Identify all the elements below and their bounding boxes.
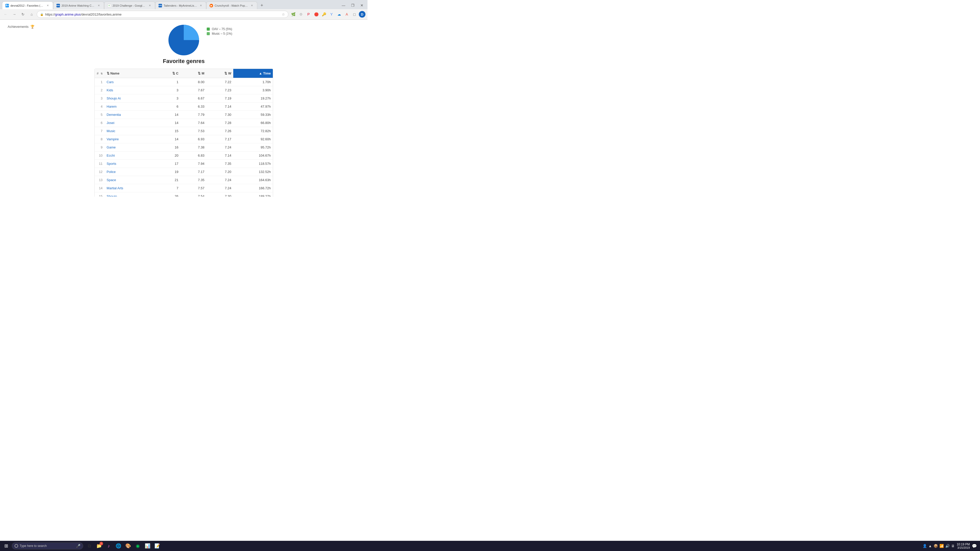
- minimize-button[interactable]: —: [340, 2, 347, 9]
- cell-m: 7.54: [180, 192, 207, 197]
- cell-name[interactable]: Game: [105, 143, 156, 151]
- page-content: Achievements 🏆 OAV – 75 (5%): [0, 20, 368, 197]
- legend-music: Music – 5 (1%): [207, 32, 232, 35]
- cell-c: 3: [156, 86, 180, 94]
- table-row: 8 Vampire 14 6.93 7.17 92.60h: [95, 135, 273, 143]
- cell-m: 7.53: [180, 127, 207, 135]
- cell-name[interactable]: Kids: [105, 86, 156, 94]
- cell-name[interactable]: Space: [105, 176, 156, 184]
- cell-name[interactable]: Music: [105, 127, 156, 135]
- tab-3-title: 2019 Challenge - Google D...: [113, 4, 146, 7]
- main-content: Favorite genres # ⇅ ⇅ Name ⇅ C ⇅ M ⇅ W ▲…: [0, 58, 368, 197]
- table-row: 6 Josei 14 7.64 7.28 66.80h: [95, 119, 273, 127]
- extension-2-icon[interactable]: ◻: [351, 11, 358, 17]
- profile-icon[interactable]: D: [359, 11, 366, 17]
- onedrive-icon[interactable]: ☁: [336, 11, 342, 17]
- cell-name[interactable]: Harem: [105, 103, 156, 111]
- adblock-icon[interactable]: 🛑: [313, 11, 320, 17]
- back-button[interactable]: ←: [2, 11, 9, 18]
- tab-3[interactable]: ≡ 2019 Challenge - Google D... ✕: [104, 2, 155, 9]
- col-name[interactable]: ⇅ Name: [105, 69, 156, 78]
- address-bar[interactable]: 🔒 https://graph.anime.plus/devrat2012/fa…: [37, 11, 288, 18]
- lastpass-icon[interactable]: 🔑: [321, 11, 327, 17]
- cell-time: 118.57h: [233, 160, 273, 168]
- cell-name[interactable]: Sports: [105, 160, 156, 168]
- section-title: Favorite genres: [5, 58, 363, 65]
- legend-oav: OAV – 75 (5%): [207, 27, 232, 31]
- table-row: 3 Shoujo Ai 3 6.67 7.19 19.27h: [95, 94, 273, 103]
- pinterest-icon[interactable]: P: [305, 11, 312, 17]
- cell-name[interactable]: Dementia: [105, 111, 156, 119]
- tab-4-title: Tailenders - MyAnimeList.n...: [164, 4, 197, 7]
- cell-m: 6.33: [180, 103, 207, 111]
- cell-m: 8.00: [180, 78, 207, 86]
- cell-name[interactable]: Police: [105, 168, 156, 176]
- tab-1[interactable]: A+ devrat2012 - Favorites (ani... ✕: [2, 2, 53, 9]
- cell-w: 7.28: [207, 119, 233, 127]
- tab-5-close[interactable]: ✕: [250, 3, 254, 8]
- evernote-icon[interactable]: 🌿: [290, 11, 297, 17]
- cell-m: 7.67: [180, 86, 207, 94]
- table-row: 14 Martial Arts 7 7.57 7.24 166.72h: [95, 184, 273, 192]
- cell-c: 21: [156, 176, 180, 184]
- col-c[interactable]: ⇅ C: [156, 69, 180, 78]
- cell-w: 7.30: [207, 192, 233, 197]
- cell-name[interactable]: Martial Arts: [105, 184, 156, 192]
- cell-w: 7.14: [207, 103, 233, 111]
- bookmark-star-icon[interactable]: ☆: [282, 12, 285, 16]
- cell-w: 7.20: [207, 168, 233, 176]
- table-row: 11 Sports 17 7.94 7.35 118.57h: [95, 160, 273, 168]
- sidebar: Achievements 🏆: [0, 22, 46, 58]
- tab-1-close[interactable]: ✕: [46, 3, 50, 8]
- cell-name[interactable]: Shoujo: [105, 192, 156, 197]
- tab-2[interactable]: MAL 2019 Anime Watching Cha... ✕: [53, 2, 104, 9]
- cell-c: 15: [156, 127, 180, 135]
- cell-c: 14: [156, 111, 180, 119]
- home-button[interactable]: ⌂: [28, 11, 35, 18]
- cell-name[interactable]: Josei: [105, 119, 156, 127]
- cell-num: 8: [95, 135, 105, 143]
- cell-name[interactable]: Shoujo Ai: [105, 94, 156, 103]
- browser-chrome: A+ devrat2012 - Favorites (ani... ✕ MAL …: [0, 0, 368, 20]
- cell-time: 92.60h: [233, 135, 273, 143]
- refresh-button[interactable]: ↻: [19, 11, 27, 18]
- cell-name[interactable]: Vampire: [105, 135, 156, 143]
- new-tab-button[interactable]: +: [258, 2, 266, 9]
- cell-w: 7.22: [207, 78, 233, 86]
- extension-1-icon[interactable]: ⚙: [298, 11, 304, 17]
- col-num[interactable]: # ⇅: [95, 69, 105, 78]
- cell-w: 7.24: [207, 176, 233, 184]
- cell-num: 10: [95, 151, 105, 160]
- cell-num: 14: [95, 184, 105, 192]
- table-header-row: # ⇅ ⇅ Name ⇅ C ⇅ M ⇅ W ▲ Time: [95, 69, 273, 78]
- col-m[interactable]: ⇅ M: [180, 69, 207, 78]
- tab-3-close[interactable]: ✕: [148, 3, 152, 8]
- toolbar-icons: 🌿 ⚙ P 🛑 🔑 Y ☁ A ◻ D: [290, 11, 366, 17]
- cell-num: 1: [95, 78, 105, 86]
- table-row: 12 Police 19 7.17 7.20 132.52h: [95, 168, 273, 176]
- forward-button[interactable]: →: [11, 11, 18, 18]
- tab-5[interactable]: ▶ Crunchyroll - Watch Popul... ✕: [206, 2, 257, 9]
- maximize-button[interactable]: ❐: [349, 2, 356, 9]
- col-time[interactable]: ▲ Time: [233, 69, 273, 78]
- acrobat-icon[interactable]: A: [344, 11, 350, 17]
- col-w[interactable]: ⇅ W: [207, 69, 233, 78]
- cell-num: 6: [95, 119, 105, 127]
- cell-name[interactable]: Cars: [105, 78, 156, 86]
- cell-c: 14: [156, 119, 180, 127]
- tab-4[interactable]: MAL Tailenders - MyAnimeList.n... ✕: [155, 2, 206, 9]
- cell-name[interactable]: Ecchi: [105, 151, 156, 160]
- legend-music-color: [207, 32, 210, 35]
- table-row: 2 Kids 3 7.67 7.23 3.90h: [95, 86, 273, 94]
- chart-legend: OAV – 75 (5%) Music – 5 (1%): [207, 25, 232, 35]
- cell-c: 14: [156, 135, 180, 143]
- cell-time: 47.97h: [233, 103, 273, 111]
- tab-2-close[interactable]: ✕: [97, 3, 101, 8]
- yoink-icon[interactable]: Y: [328, 11, 335, 17]
- cell-w: 7.26: [207, 127, 233, 135]
- address-bar-row: ← → ↻ ⌂ 🔒 https://graph.anime.plus/devra…: [0, 9, 368, 19]
- close-button[interactable]: ✕: [358, 2, 366, 9]
- tab-1-title: devrat2012 - Favorites (ani...: [11, 4, 44, 7]
- achievements-link[interactable]: Achievements 🏆: [3, 22, 43, 31]
- tab-4-close[interactable]: ✕: [199, 3, 203, 8]
